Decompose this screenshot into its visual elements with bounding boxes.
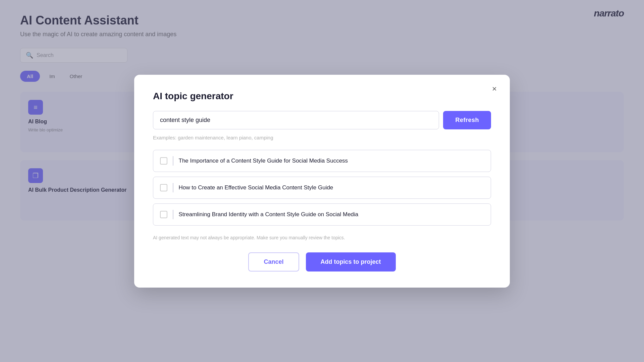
refresh-button[interactable]: Refresh: [443, 111, 491, 129]
close-button[interactable]: ×: [488, 83, 500, 95]
topic-list: The Importance of a Content Style Guide …: [153, 150, 491, 226]
add-topics-button[interactable]: Add topics to project: [306, 252, 396, 272]
topic-input[interactable]: [153, 111, 439, 129]
list-item[interactable]: How to Create an Effective Social Media …: [153, 177, 491, 199]
modal-actions: Cancel Add topics to project: [153, 252, 491, 272]
list-item[interactable]: Streamlining Brand Identity with a Conte…: [153, 203, 491, 226]
topic-checkbox-2[interactable]: [160, 184, 167, 191]
topic-text-2: How to Create an Effective Social Media …: [179, 184, 333, 191]
modal-title: AI topic generator: [153, 91, 491, 102]
topic-divider: [173, 210, 173, 219]
topic-divider: [173, 156, 173, 166]
ai-topic-generator-modal: × AI topic generator Refresh Examples: g…: [134, 75, 510, 288]
topic-divider: [173, 183, 173, 192]
list-item[interactable]: The Importance of a Content Style Guide …: [153, 150, 491, 172]
cancel-button[interactable]: Cancel: [248, 252, 299, 272]
topic-text-3: Streamlining Brand Identity with a Conte…: [179, 211, 359, 218]
modal-overlay: × AI topic generator Refresh Examples: g…: [0, 0, 644, 362]
input-row: Refresh: [153, 111, 491, 129]
topic-checkbox-3[interactable]: [160, 211, 167, 218]
examples-hint: Examples: garden maintenance, learn pian…: [153, 135, 491, 140]
topic-checkbox-1[interactable]: [160, 157, 167, 165]
disclaimer-text: AI generated text may not always be appr…: [153, 235, 491, 240]
topic-text-1: The Importance of a Content Style Guide …: [179, 158, 348, 164]
